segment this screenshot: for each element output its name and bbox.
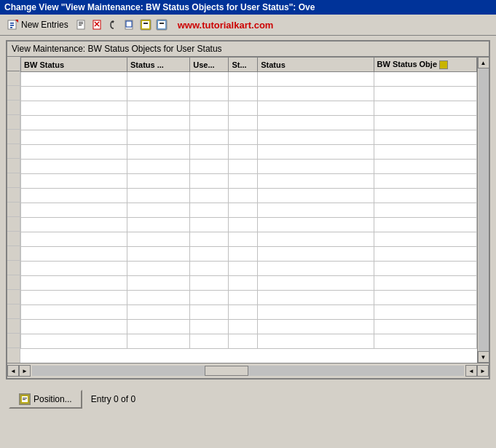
panel: View Maintenance: BW Status Objects for … (6, 40, 490, 380)
panel-header: View Maintenance: BW Status Objects for … (7, 42, 489, 57)
main-content: View Maintenance: BW Status Objects for … (0, 36, 496, 384)
hscroll-right-arrow[interactable]: ► (19, 365, 31, 377)
data-table: BW Status Status ... Use... St... Status… (20, 57, 477, 349)
entry-info: Entry 0 of 0 (91, 394, 135, 404)
table-row (21, 130, 477, 145)
svg-rect-1 (10, 23, 14, 24)
position-button-label: Position... (34, 394, 72, 404)
svg-rect-23 (23, 398, 27, 398)
title-text: Change View "View Maintenance: BW Status… (4, 2, 315, 12)
table-container: BW Status Status ... Use... St... Status… (7, 57, 489, 363)
table-row (21, 291, 477, 305)
table-row (21, 305, 477, 320)
table-area: BW Status Status ... Use... St... Status… (20, 57, 477, 363)
svg-rect-20 (160, 23, 164, 24)
footer: Position... Entry 0 of 0 (0, 384, 496, 414)
table-row (21, 247, 477, 262)
table-row (21, 189, 477, 203)
toolbar-icon-4[interactable] (124, 19, 135, 31)
table-row (21, 101, 477, 116)
new-entries-icon (7, 19, 19, 31)
toolbar-icon-2[interactable] (92, 19, 103, 31)
hscroll-track[interactable] (32, 366, 464, 376)
scroll-down-arrow[interactable]: ▼ (478, 351, 489, 363)
toolbar-icon-3[interactable] (108, 19, 119, 31)
svg-rect-17 (143, 23, 148, 24)
col-header-bw-obj: BW Status Obje (374, 58, 477, 72)
table-row (21, 232, 477, 247)
position-icon (19, 393, 31, 405)
hscroll-right-arrow-3[interactable]: ► (477, 365, 489, 377)
table-row (21, 276, 477, 291)
title-bar: Change View "View Maintenance: BW Status… (0, 0, 496, 15)
toolbar-icon-5[interactable] (140, 19, 151, 31)
bottom-bar: ◄ ► ◄ ► (7, 363, 489, 378)
toolbar: New Entries (0, 15, 496, 36)
col-header-st: St... (229, 58, 258, 72)
table-row (21, 218, 477, 232)
col-header-status-dots: Status ... (127, 58, 190, 72)
hscroll-left-arrow[interactable]: ◄ (7, 365, 19, 377)
svg-rect-7 (79, 23, 83, 24)
table-row (21, 174, 477, 189)
svg-rect-16 (142, 21, 149, 28)
svg-rect-6 (79, 22, 83, 23)
new-entries-button[interactable]: New Entries (4, 17, 71, 32)
vertical-scrollbar[interactable]: ▲ ▼ (477, 57, 489, 363)
position-button[interactable]: Position... (9, 390, 82, 409)
watermark: www.tutorialkart.com (178, 20, 274, 31)
table-row (21, 334, 477, 349)
toolbar-icon-1[interactable] (76, 19, 87, 31)
table-row (21, 203, 477, 218)
table-row (21, 262, 477, 276)
table-row (21, 160, 477, 174)
new-entries-label: New Entries (21, 20, 68, 30)
table-row (21, 320, 477, 334)
hscroll-right-arrow-2[interactable]: ◄ (465, 365, 477, 377)
col-resize-icon[interactable] (439, 60, 448, 69)
row-numbers (7, 57, 20, 363)
col-header-status: Status (258, 58, 374, 72)
hscroll-thumb[interactable] (205, 366, 248, 376)
svg-rect-3 (10, 27, 12, 28)
svg-rect-24 (23, 399, 25, 400)
col-header-bw-status: BW Status (21, 58, 127, 72)
table-row (21, 87, 477, 101)
scroll-track-v (479, 68, 489, 351)
table-row (21, 116, 477, 130)
table-row (21, 145, 477, 160)
col-header-use: Use... (190, 58, 229, 72)
scroll-up-arrow[interactable]: ▲ (478, 57, 489, 68)
toolbar-icon-6[interactable] (156, 19, 168, 31)
table-row (21, 72, 477, 87)
svg-rect-8 (79, 25, 82, 25)
svg-rect-2 (10, 25, 14, 26)
svg-rect-19 (158, 21, 165, 28)
